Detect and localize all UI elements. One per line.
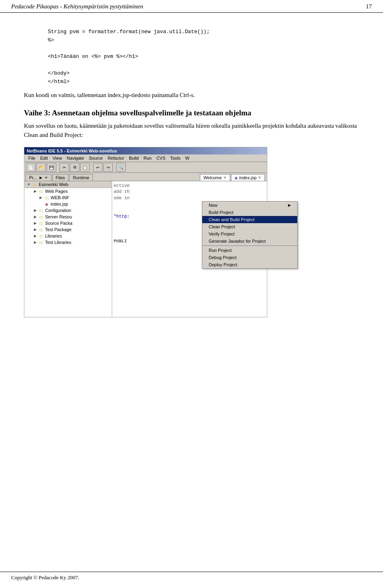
testlibraries-folder-icon: 🗀 — [38, 240, 44, 245]
ctx-build-project-label: Build Project — [209, 210, 233, 215]
config-expand-icon[interactable]: ▶ — [32, 208, 38, 212]
inline-text: Kun koodi on valmis, tallennetaan index.… — [24, 90, 359, 100]
header-title: Pedacode Pikaopas - Kehitysympäristön py… — [11, 3, 143, 10]
tree-serverresou[interactable]: ▶ 🗀 Server Resou — [24, 214, 112, 220]
sourcepacka-label: Source Packa — [45, 221, 72, 226]
tree-libraries[interactable]: ▶ 🗀 Libraries — [24, 233, 112, 239]
toolbar-redo-btn[interactable]: ↪ — [103, 163, 113, 172]
menu-build[interactable]: Build — [126, 155, 141, 161]
webpages-label: Web Pages — [45, 189, 68, 194]
root-label: Esimerkki Web- — [39, 182, 69, 187]
ide-screenshot: NetBeans IDE 5.5 - Esimerkki Web-sovellu… — [24, 147, 267, 317]
tree-sourcepacka[interactable]: ▶ 🗀 Source Packa — [24, 220, 112, 226]
code-line-5 — [48, 61, 359, 69]
ide-titlebar: NetBeans IDE 5.5 - Esimerkki Web-sovellu… — [24, 147, 267, 154]
testlibraries-expand-icon[interactable]: ▶ — [32, 240, 38, 244]
root-folder-icon: 🗀 — [32, 182, 38, 187]
ctx-separator-1 — [202, 245, 297, 246]
ctx-generate-javadoc-label: Generate Javadoc for Project — [209, 239, 266, 244]
menu-refactor[interactable]: Refactor — [105, 155, 127, 161]
tab-projects[interactable]: Pr... ▶ ✕ — [26, 174, 51, 181]
ctx-generate-javadoc[interactable]: Generate Javadoc for Project — [202, 238, 297, 245]
testpackage-expand-icon[interactable]: ▶ — [32, 228, 38, 232]
webinf-expand-icon[interactable]: ▶ — [38, 196, 43, 200]
ide-main-area: ▼ 🗀 Esimerkki Web- ▶ 🗀 Web Pages ▶ 🗀 WEB… — [24, 181, 267, 317]
tree-testlibraries[interactable]: ▶ 🗀 Test Libraries — [24, 239, 112, 245]
code-line-3 — [48, 45, 359, 53]
ctx-new-label: New — [209, 203, 217, 208]
code-block: String pvm = formatter.format(new java.u… — [48, 28, 359, 86]
tab-indexjsp[interactable]: ◆ index.jsp ✕ — [231, 174, 265, 181]
ctx-verify-project[interactable]: Verify Project — [202, 230, 297, 238]
page-header: Pedacode Pikaopas - Kehitysympäristön py… — [0, 0, 383, 13]
menu-view[interactable]: View — [50, 155, 65, 161]
ctx-run-project[interactable]: Run Project — [202, 247, 297, 254]
editor-line-2: add th — [114, 189, 265, 195]
webinf-label: WEB-INF — [51, 195, 69, 200]
section-heading: Vaihe 3: Asennetaan ohjelma sovelluspalv… — [24, 109, 359, 117]
toolbar-new-btn[interactable]: 📄 — [26, 163, 36, 172]
tree-testpackage[interactable]: ▶ 🗀 Test Package — [24, 226, 112, 233]
menu-navigate[interactable]: Navigate — [64, 155, 86, 161]
ctx-clean-and-build-label: Clean and Build Project — [209, 217, 255, 222]
menu-edit[interactable]: Edit — [38, 155, 50, 161]
code-line-7: </html> — [48, 78, 359, 86]
tree-configuration[interactable]: ▶ 🗀 Configuration — [24, 207, 112, 214]
toolbar-copy-btn[interactable]: ⧉ — [70, 163, 79, 172]
page-footer: Copyright © Pedacode Ky 2007. — [0, 572, 383, 581]
root-expand-icon[interactable]: ▼ — [26, 182, 32, 186]
tree-webpages[interactable]: ▶ 🗀 Web Pages — [24, 188, 112, 194]
ctx-build-project[interactable]: Build Project — [202, 209, 297, 216]
toolbar-paste-btn[interactable]: 📋 — [80, 163, 90, 172]
menu-w[interactable]: W — [183, 155, 192, 161]
tree-indexjsp[interactable]: ◆ index.jsp — [24, 201, 112, 207]
tab-indexjsp-close[interactable]: ✕ — [258, 176, 261, 180]
toolbar-open-btn[interactable]: 📂 — [36, 163, 46, 172]
ctx-new[interactable]: New ▶ — [202, 202, 297, 209]
webpages-expand-icon[interactable]: ▶ — [32, 189, 38, 193]
tab-runtime[interactable]: Runtime — [69, 174, 93, 181]
testpackage-label: Test Package — [45, 227, 71, 232]
tab-welcome[interactable]: Welcome ✕ — [200, 174, 230, 181]
tab-projects-label: Pr... — [29, 175, 37, 180]
menu-run[interactable]: Run — [141, 155, 154, 161]
tab-indexjsp-label: index.jsp — [239, 175, 257, 180]
ide-tabs-bar: Pr... ▶ ✕ Files Runtime Welcome ✕ ◆ inde… — [24, 173, 267, 181]
code-line-6: </body> — [48, 69, 359, 78]
toolbar-save-btn[interactable]: 💾 — [47, 163, 56, 172]
ctx-clean-and-build[interactable]: Clean and Build Project — [202, 216, 297, 223]
tree-root: ▼ 🗀 Esimerkki Web- — [24, 181, 112, 188]
tab-files-label: Files — [56, 175, 65, 180]
serverresou-expand-icon[interactable]: ▶ — [32, 215, 38, 219]
menu-source[interactable]: Source — [87, 155, 105, 161]
webinf-folder-icon: 🗀 — [43, 195, 50, 200]
toolbar-search-btn[interactable]: 🔍 — [116, 163, 126, 172]
editor-line-3: ode in — [114, 195, 265, 201]
menu-cvs[interactable]: CVS — [154, 155, 168, 161]
sourcepacka-expand-icon[interactable]: ▶ — [32, 221, 38, 225]
ctx-verify-project-label: Verify Project — [209, 232, 235, 236]
ctx-debug-project-label: Debug Project — [209, 255, 237, 260]
code-line-4: <h1>Tänään on <%= pvm %></h1> — [48, 53, 359, 61]
menu-file[interactable]: File — [26, 155, 38, 161]
main-content: String pvm = formatter.format(new java.u… — [0, 13, 383, 333]
serverresou-folder-icon: 🗀 — [38, 214, 44, 220]
indexjsp-file-icon: ◆ — [43, 201, 50, 207]
ide-toolbar: 📄 📂 💾 ✂ ⧉ 📋 ↩ ↪ 🔍 — [24, 162, 267, 173]
indexjsp-label: index.jsp — [51, 202, 68, 206]
tab-welcome-close[interactable]: ✕ — [223, 176, 227, 180]
ide-sidebar: ▼ 🗀 Esimerkki Web- ▶ 🗀 Web Pages ▶ 🗀 WEB… — [24, 181, 112, 317]
ctx-deploy-project[interactable]: Deploy Project — [202, 261, 297, 268]
tab-files[interactable]: Files — [52, 174, 69, 181]
page-number: 17 — [366, 3, 372, 10]
webpages-folder-icon: 🗀 — [38, 188, 44, 194]
ide-title-text: NetBeans IDE 5.5 - Esimerkki Web-sovellu… — [27, 148, 117, 153]
libraries-expand-icon[interactable]: ▶ — [32, 234, 38, 238]
ctx-clean-project[interactable]: Clean Project — [202, 223, 297, 230]
ctx-debug-project[interactable]: Debug Project — [202, 254, 297, 261]
toolbar-undo-btn[interactable]: ↩ — [93, 163, 103, 172]
menu-tools[interactable]: Tools — [168, 155, 183, 161]
footer-text: Copyright © Pedacode Ky 2007. — [11, 574, 79, 581]
tree-webinf[interactable]: ▶ 🗀 WEB-INF — [24, 194, 112, 201]
toolbar-cut-btn[interactable]: ✂ — [59, 163, 69, 172]
